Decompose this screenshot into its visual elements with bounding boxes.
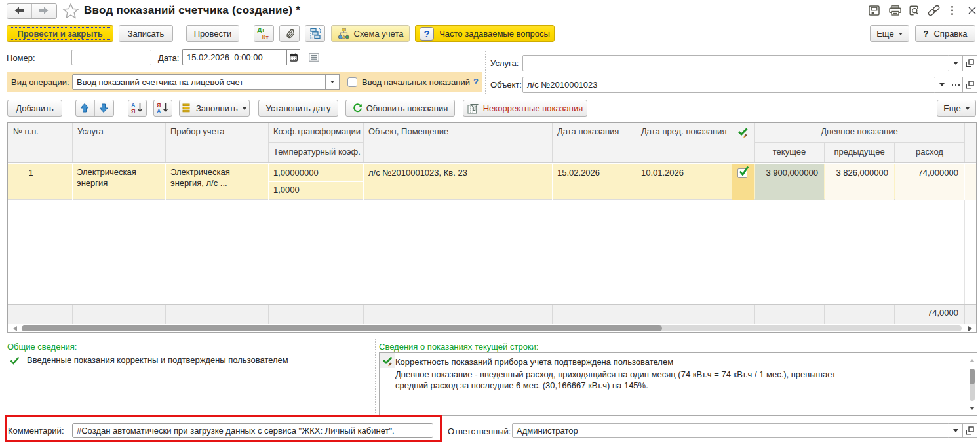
svg-text:Я: Я	[131, 108, 135, 115]
svg-text:Я: Я	[157, 102, 161, 109]
svg-text:А: А	[131, 102, 136, 109]
svg-text:А: А	[157, 108, 161, 115]
